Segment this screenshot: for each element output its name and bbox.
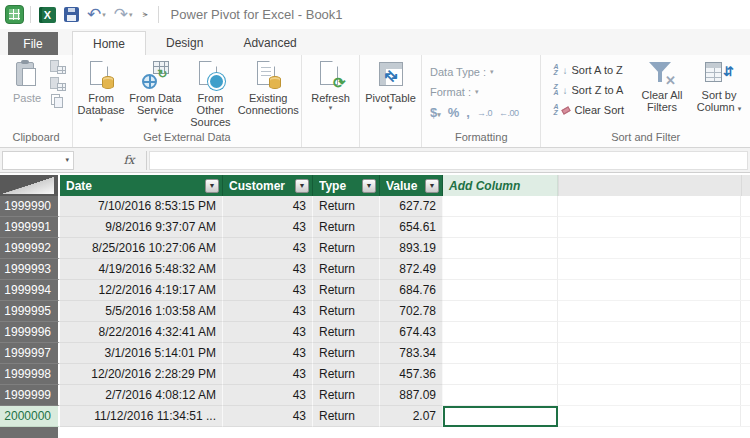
cell-customer[interactable]: 43 (223, 238, 313, 259)
row-header[interactable]: 2000000 (0, 406, 60, 427)
paste-replace-button[interactable] (50, 60, 66, 74)
increase-decimal-button[interactable]: →.0 (477, 108, 492, 118)
cell-value[interactable]: 783.34 (380, 343, 443, 364)
cell-customer[interactable]: 43 (223, 385, 313, 406)
cell-date[interactable]: 11/12/2016 11:34:51 ... (60, 406, 223, 427)
cell-date[interactable]: 4/19/2016 5:48:32 AM (60, 259, 223, 280)
column-header-date[interactable]: Date ▼ (60, 175, 223, 196)
cell-type[interactable]: Return (313, 280, 380, 301)
tab-advanced[interactable]: Advanced (223, 31, 316, 55)
cell-date[interactable]: 12/2/2016 4:19:17 AM (60, 280, 223, 301)
currency-format-button[interactable]: $▾ (430, 105, 441, 120)
cell-customer[interactable]: 43 (223, 217, 313, 238)
name-box-caret[interactable]: ▾ (65, 156, 69, 164)
filter-dropdown-icon[interactable]: ▼ (205, 179, 219, 193)
cell-value[interactable]: 893.19 (380, 238, 443, 259)
cell-date[interactable]: 12/20/2016 2:28:29 PM (60, 364, 223, 385)
redo-button[interactable]: ↷▾ (112, 4, 135, 26)
cell-add-column[interactable] (443, 280, 558, 301)
cell-date[interactable]: 8/22/2016 4:32:41 AM (60, 322, 223, 343)
cell-customer[interactable]: 43 (223, 406, 313, 427)
paste-button[interactable]: Paste (6, 58, 48, 131)
cell-customer[interactable]: 43 (223, 301, 313, 322)
row-header[interactable]: 1999997 (0, 343, 60, 364)
row-header[interactable]: 1999998 (0, 364, 60, 385)
cell-type[interactable]: Return (313, 259, 380, 280)
from-database-button[interactable]: From Database ▾ (75, 58, 127, 131)
cell-add-column[interactable] (443, 238, 558, 259)
cell-date[interactable]: 5/5/2016 1:03:58 AM (60, 301, 223, 322)
cell-add-column[interactable] (443, 322, 558, 343)
cell-type[interactable]: Return (313, 301, 380, 322)
cell-customer[interactable]: 43 (223, 364, 313, 385)
format-dropdown[interactable]: Format : ▾ (430, 82, 518, 102)
refresh-button[interactable]: ⟳ Refresh ▾ (304, 58, 357, 131)
cell-value[interactable]: 684.76 (380, 280, 443, 301)
cell-type[interactable]: Return (313, 343, 380, 364)
tab-file[interactable]: File (8, 32, 58, 55)
existing-connections-button[interactable]: Existing Connections (237, 58, 299, 131)
cell-add-column[interactable] (443, 217, 558, 238)
undo-dropdown-caret[interactable]: ▾ (102, 11, 106, 19)
cell-date[interactable]: 8/25/2016 10:27:06 AM (60, 238, 223, 259)
row-header[interactable]: 1999993 (0, 259, 60, 280)
row-header[interactable]: 1999994 (0, 280, 60, 301)
cell-date[interactable]: 9/8/2016 9:37:07 AM (60, 217, 223, 238)
cell-type[interactable]: Return (313, 406, 380, 427)
copy-button[interactable] (50, 94, 66, 108)
row-header[interactable]: 1999992 (0, 238, 60, 259)
cell-type[interactable]: Return (313, 322, 380, 343)
row-header[interactable]: 1999999 (0, 385, 60, 406)
filter-dropdown-icon[interactable]: ▼ (425, 179, 439, 193)
clear-all-filters-button[interactable]: ✕ Clear All Filters (634, 58, 690, 131)
decrease-decimal-button[interactable]: ←.00 (499, 108, 519, 118)
sort-by-column-button[interactable]: ⇵ Sort by Column ▾ (690, 58, 748, 131)
cell-value[interactable]: 654.61 (380, 217, 443, 238)
add-column-header[interactable]: Add Column (443, 175, 558, 196)
cell-add-column[interactable] (443, 364, 558, 385)
cell-type[interactable]: Return (313, 385, 380, 406)
tab-home[interactable]: Home (72, 31, 146, 55)
cell-add-column[interactable] (443, 301, 558, 322)
pivottable-button[interactable]: ⇄ PivotTable ▾ (362, 58, 419, 131)
column-header-type[interactable]: Type ▼ (313, 175, 380, 196)
cell-type[interactable]: Return (313, 217, 380, 238)
column-header-value[interactable]: Value ▼ (380, 175, 443, 196)
save-button[interactable] (62, 4, 81, 26)
filter-dropdown-icon[interactable]: ▼ (295, 179, 309, 193)
cell-customer[interactable]: 43 (223, 343, 313, 364)
row-header[interactable]: 1999991 (0, 217, 60, 238)
cell-value[interactable]: 627.72 (380, 196, 443, 217)
cell-value[interactable]: 887.09 (380, 385, 443, 406)
cell-type[interactable]: Return (313, 364, 380, 385)
undo-button[interactable]: ↶▾ (85, 4, 108, 26)
cell-customer[interactable]: 43 (223, 196, 313, 217)
row-header[interactable]: 1999990 (0, 196, 60, 217)
cell-date[interactable]: 2/7/2016 4:08:12 AM (60, 385, 223, 406)
paste-append-button[interactable] (50, 77, 66, 91)
cell-add-column[interactable] (443, 406, 558, 427)
formula-input[interactable] (149, 151, 748, 170)
name-box[interactable]: ▾ (2, 151, 74, 170)
cell-customer[interactable]: 43 (223, 280, 313, 301)
cell-customer[interactable]: 43 (223, 259, 313, 280)
select-all-corner[interactable] (0, 175, 60, 196)
cell-add-column[interactable] (443, 196, 558, 217)
cell-value[interactable]: 872.49 (380, 259, 443, 280)
row-header[interactable]: 1999996 (0, 322, 60, 343)
cell-value[interactable]: 457.36 (380, 364, 443, 385)
from-data-service-button[interactable]: ↻ From Data Service ▾ (127, 58, 183, 131)
cell-customer[interactable]: 43 (223, 322, 313, 343)
redo-dropdown-caret[interactable]: ▾ (129, 11, 133, 19)
cell-date[interactable]: 7/10/2016 8:53:15 PM (60, 196, 223, 217)
sort-a-to-z-button[interactable]: AZ↓ Sort A to Z (553, 61, 624, 79)
switch-to-excel-button[interactable]: X (37, 4, 58, 26)
comma-format-button[interactable]: , (466, 105, 470, 120)
cell-add-column[interactable] (443, 259, 558, 280)
insert-function-button[interactable]: fx (114, 151, 144, 170)
cell-add-column[interactable] (443, 343, 558, 364)
tab-design[interactable]: Design (146, 31, 223, 55)
data-type-dropdown[interactable]: Data Type : ▾ (430, 62, 518, 82)
cell-add-column[interactable] (443, 385, 558, 406)
cell-value[interactable]: 2.07 (380, 406, 443, 427)
